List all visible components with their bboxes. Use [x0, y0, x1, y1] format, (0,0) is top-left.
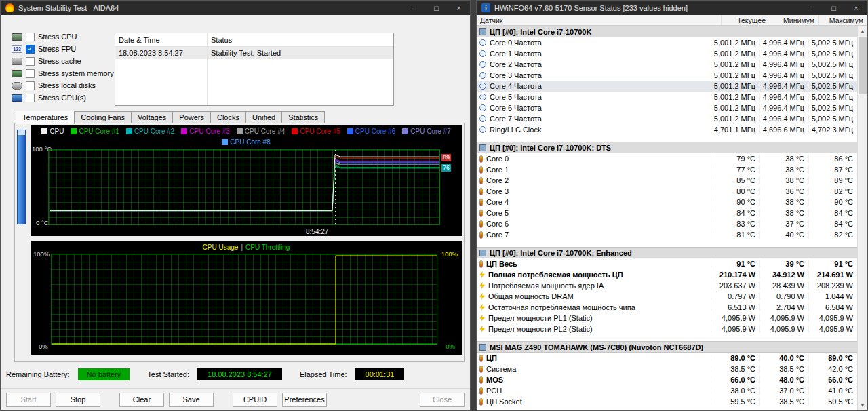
- tab-powers[interactable]: Powers: [172, 111, 211, 123]
- hwinfo-maximize-button[interactable]: □: [823, 1, 845, 15]
- sensor-row[interactable]: Core 3 Частота5,001.2 МГц4,996.4 МГц5,00…: [477, 70, 857, 81]
- scroll-down-icon[interactable]: ▼: [858, 400, 867, 410]
- save-button[interactable]: Save: [169, 393, 214, 407]
- sensor-section-header[interactable]: ЦП [#0]: Intel Core i7-10700K: [477, 26, 857, 37]
- scroll-up-icon[interactable]: ▲: [858, 26, 867, 36]
- slider-thumb[interactable]: [18, 130, 25, 135]
- aida64-maximize-button[interactable]: □: [425, 1, 448, 15]
- tab-unified[interactable]: Unified: [245, 111, 282, 123]
- usage-right-min-label: 0%: [446, 342, 455, 350]
- tab-temperatures[interactable]: Temperatures: [16, 111, 75, 124]
- stress-option-stress-fpu[interactable]: 123Stress FPU: [12, 43, 114, 55]
- sensor-label: Полная потребляемая мощность ЦП: [479, 271, 711, 279]
- hwinfo-close-button[interactable]: ×: [845, 1, 867, 15]
- tab-voltages[interactable]: Voltages: [131, 111, 173, 123]
- stress-option-stress-local-disks[interactable]: Stress local disks: [12, 79, 114, 92]
- sensor-row[interactable]: ЦП89.0 °C40.0 °C89.0 °C: [477, 353, 857, 364]
- sensor-row[interactable]: Core 0 Частота5,001.2 МГц4,996.4 МГц5,00…: [477, 37, 857, 48]
- legend-checkbox[interactable]: [181, 128, 187, 134]
- column-header-status[interactable]: Status: [207, 36, 393, 44]
- aida64-titlebar[interactable]: System Stability Test - AIDA64 –□×: [1, 1, 470, 15]
- sensor-row[interactable]: ЦП Весь91 °C39 °C91 °C: [477, 258, 857, 269]
- tab-clocks[interactable]: Clocks: [210, 111, 246, 123]
- tab-cooling-fans[interactable]: Cooling Fans: [74, 111, 132, 123]
- tab-statistics[interactable]: Statistics: [281, 111, 325, 123]
- stress-option-stress-cache[interactable]: Stress cache: [12, 55, 114, 67]
- vertical-scrollbar[interactable]: ▲ ▼: [857, 26, 867, 410]
- sensor-row[interactable]: Потребляемая мощность ядер IA203.637 W28…: [477, 280, 857, 291]
- test-events-table[interactable]: Date & Time Status 18.08.2023 8:54:27 St…: [115, 33, 394, 106]
- legend-checkbox[interactable]: [347, 128, 353, 134]
- sensor-row[interactable]: Полная потребляемая мощность ЦП210.174 W…: [477, 269, 857, 280]
- stress-option-stress-system-memory[interactable]: Stress system memory: [12, 67, 114, 79]
- clock-icon: [479, 50, 486, 57]
- sensor-section-header[interactable]: MSI MAG Z490 TOMAHAWK (MS-7C80) (Nuvoton…: [477, 341, 857, 353]
- sensor-row[interactable]: Core 7 Частота5,001.2 МГц4,996.4 МГц5,00…: [477, 113, 857, 124]
- table-row[interactable]: 18.08.2023 8:54:27 Stability Test: Start…: [115, 47, 393, 59]
- sensor-row[interactable]: Core 1 Частота5,001.2 МГц4,996.4 МГц5,00…: [477, 48, 857, 59]
- clear-button[interactable]: Clear: [119, 393, 164, 407]
- start-button[interactable]: Start: [6, 393, 51, 407]
- legend-checkbox[interactable]: [222, 139, 228, 145]
- sensor-section-header[interactable]: ЦП [#0]: Intel Core i7-10700K: DTS: [477, 142, 857, 153]
- hwinfo-titlebar[interactable]: i HWiNFO64 v7.60-5170 Sensor Status [233…: [477, 1, 867, 15]
- sensor-row[interactable]: Core 490 °C38 °C90 °C: [477, 197, 857, 208]
- legend-checkbox[interactable]: [402, 128, 408, 134]
- sensor-row[interactable]: Core 285 °C38 °C89 °C: [477, 175, 857, 186]
- hwinfo-minimize-button[interactable]: –: [800, 1, 823, 15]
- sensor-row[interactable]: Core 683 °C37 °C84 °C: [477, 218, 857, 229]
- sensor-row[interactable]: Core 5 Частота5,001.2 МГц4,996.4 МГц5,00…: [477, 92, 857, 102]
- sensor-name: Core 0 Частота: [490, 39, 542, 47]
- sensor-row[interactable]: Остаточная потребляемая мощность чипа6.5…: [477, 302, 857, 313]
- column-header-sensor[interactable]: Датчик: [477, 15, 721, 25]
- stop-button[interactable]: Stop: [56, 393, 100, 407]
- stress-checkbox[interactable]: [26, 33, 35, 41]
- stress-checkbox[interactable]: [26, 57, 35, 66]
- legend-checkbox[interactable]: [292, 128, 298, 134]
- sensor-section-header[interactable]: ЦП [#0]: Intel Core i7-10700K: Enhanced: [477, 247, 857, 258]
- sensor-row[interactable]: Core 2 Частота5,001.2 МГц4,996.4 МГц5,00…: [477, 59, 857, 70]
- aida64-minimize-button[interactable]: –: [403, 1, 425, 15]
- aida64-close-button[interactable]: ×: [448, 1, 470, 15]
- section-gap: [477, 135, 857, 142]
- sensor-row[interactable]: Core 177 °C38 °C87 °C: [477, 164, 857, 175]
- cpuid-button[interactable]: CPUID: [233, 393, 277, 407]
- column-header-datetime[interactable]: Date & Time: [115, 36, 207, 44]
- legend-checkbox[interactable]: [41, 128, 47, 134]
- sensor-row[interactable]: Система38.5 °C38.5 °C42.0 °C: [477, 364, 857, 374]
- sensor-row[interactable]: Core 079 °C38 °C86 °C: [477, 153, 857, 164]
- scrollbar-thumb[interactable]: [859, 37, 867, 94]
- sensor-row[interactable]: Core 6 Частота5,001.2 МГц4,996.4 МГц5,00…: [477, 102, 857, 113]
- stress-option-stress-cpu[interactable]: Stress CPU: [12, 31, 114, 43]
- sensor-row[interactable]: Предел мощности PL1 (Static)4,095.9 W4,0…: [477, 313, 857, 324]
- sensor-row[interactable]: Ring/LLC Clock4,701.1 МГц4,696.6 МГц4,70…: [477, 124, 857, 135]
- sensor-value-minimum: 4,095.9 W: [760, 325, 808, 333]
- legend-checkbox[interactable]: [71, 128, 77, 134]
- chart-scale-slider[interactable]: [17, 130, 26, 224]
- stress-checkbox[interactable]: [26, 94, 35, 102]
- sensor-value-current: 4,095.9 W: [711, 314, 760, 322]
- legend-checkbox[interactable]: [237, 128, 243, 134]
- preferences-button[interactable]: Preferences: [282, 393, 327, 407]
- sensor-row[interactable]: PCH38.0 °C37.0 °C41.0 °C: [477, 385, 857, 396]
- sensor-row[interactable]: Core 781 °C40 °C82 °C: [477, 229, 857, 240]
- column-header-maximum[interactable]: Максимум: [818, 15, 867, 25]
- sensor-row[interactable]: Core 4 Частота5,001.2 МГц4,996.4 МГц5,00…: [477, 81, 857, 92]
- column-header-minimum[interactable]: Минимум: [770, 15, 818, 25]
- temperature-plot: [48, 149, 440, 225]
- stress-checkbox[interactable]: [26, 45, 35, 54]
- legend-checkbox[interactable]: [126, 128, 132, 134]
- close-button[interactable]: Close: [420, 393, 465, 407]
- sensor-row[interactable]: ЦП Socket59.5 °C38.5 °C59.5 °C: [477, 396, 857, 407]
- sensor-row[interactable]: Предел мощности PL2 (Static)4,095.9 W4,0…: [477, 324, 857, 334]
- stress-checkbox[interactable]: [26, 69, 35, 78]
- sensor-value-current: 90 °C: [711, 198, 760, 206]
- column-header-current[interactable]: Текущее: [721, 15, 770, 25]
- sensor-row[interactable]: MOS66.0 °C48.0 °C66.0 °C: [477, 374, 857, 385]
- stress-option-stress-gpu-s[interactable]: Stress GPU(s): [12, 92, 114, 104]
- chart-tabs: TemperaturesCooling FansVoltagesPowersCl…: [16, 111, 324, 123]
- stress-checkbox[interactable]: [26, 81, 35, 90]
- sensor-row[interactable]: Общая мощность DRAM0.797 W0.790 W1.044 W: [477, 291, 857, 302]
- sensor-row[interactable]: Core 380 °C36 °C82 °C: [477, 186, 857, 197]
- sensor-row[interactable]: Core 584 °C38 °C84 °C: [477, 208, 857, 218]
